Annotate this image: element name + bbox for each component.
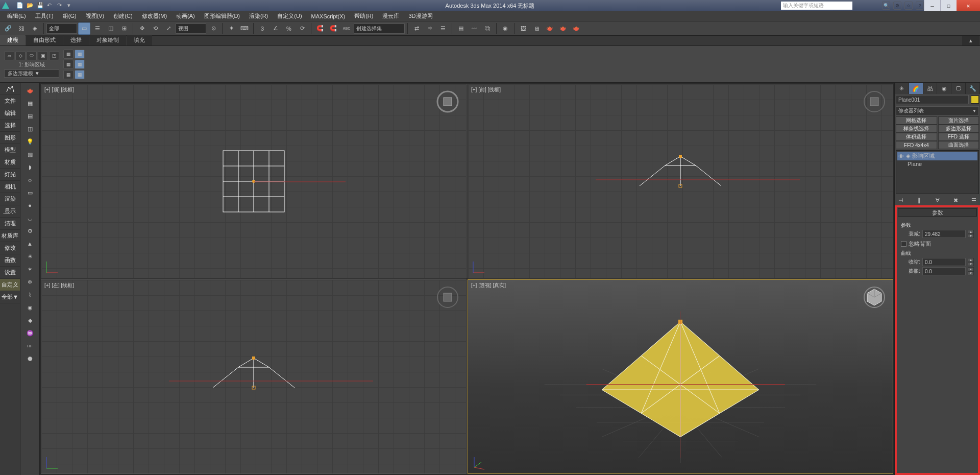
viewcube-left-icon[interactable] <box>436 286 459 308</box>
toggle-ribbon-icon[interactable]: ▤ <box>455 22 467 35</box>
sel-volume-btn[interactable]: 体积选择 <box>896 133 937 141</box>
tool-light-icon[interactable]: 💡 <box>23 136 37 147</box>
falloff-spinner[interactable]: 29.482 <box>922 230 966 238</box>
exchange-icon[interactable]: ☆ <box>904 2 913 10</box>
qat-open-icon[interactable]: 📂 <box>27 2 34 9</box>
maximize-button[interactable]: ☐ <box>940 0 957 11</box>
viewport-label-top[interactable]: [+] [顶] [线框] <box>44 86 74 93</box>
cat-shape[interactable]: 图形 <box>0 132 20 144</box>
align-icon[interactable]: ≑ <box>424 22 436 35</box>
ribbon-constrain6-icon[interactable]: ▦ <box>75 70 85 79</box>
tool-gear-icon[interactable]: ⚙ <box>23 225 37 236</box>
stack-remove-icon[interactable]: ✖ <box>951 196 960 204</box>
pinch-up-icon[interactable]: ▲ <box>968 258 974 262</box>
select-region-icon[interactable]: ◫ <box>105 22 117 35</box>
select-object-icon[interactable]: ▭ <box>78 22 90 35</box>
tool-snow-icon[interactable]: ❄ <box>23 276 37 288</box>
tool-hf-icon[interactable]: HF <box>23 340 37 351</box>
ribbon-poly-square-icon[interactable]: ▱ <box>4 51 14 60</box>
tool-disc-icon[interactable]: ◉ <box>23 302 37 313</box>
viewcube-top-icon[interactable] <box>436 90 459 113</box>
tool-grass-icon[interactable]: ♒ <box>23 327 37 339</box>
qat-save-icon[interactable]: 💾 <box>37 2 44 9</box>
named-sel-abc-icon[interactable]: ABC <box>340 22 353 35</box>
menu-3dbrowse[interactable]: 3D漫游网 <box>404 11 436 21</box>
sel-poly-btn[interactable]: 多边形选择 <box>938 125 979 133</box>
sel-spline-btn[interactable]: 样条线选择 <box>896 125 937 133</box>
ref-coord-dropdown[interactable]: 视图 <box>176 23 206 34</box>
menu-grapheditors[interactable]: 图形编辑器(D) <box>200 11 244 21</box>
ribbon-tab-populate[interactable]: 填充 <box>127 35 152 45</box>
sel-mesh-btn[interactable]: 网格选择 <box>896 116 937 125</box>
viewport-perspective[interactable]: [+] [透视] [真实] <box>468 279 893 474</box>
cat-settings[interactable]: 设置 <box>0 267 20 279</box>
tool-sphere-icon[interactable]: ● <box>23 200 37 211</box>
cat-modify[interactable]: 修改 <box>0 242 20 254</box>
cat-model[interactable]: 模型 <box>0 144 20 156</box>
rotate-icon[interactable]: ⟲ <box>149 22 161 35</box>
modifier-list-dropdown[interactable]: 修改器列表 <box>896 106 979 115</box>
stack-affect-label[interactable]: 影响区域 <box>912 152 935 160</box>
ribbon-constrain2-icon[interactable]: ▦ <box>75 50 85 59</box>
cat-custom[interactable]: 自定义 <box>0 279 20 291</box>
close-button[interactable]: ✕ <box>957 0 980 11</box>
help-icon[interactable]: ? <box>916 2 924 10</box>
unlink-icon[interactable]: ⛓ <box>15 22 28 35</box>
curve-editor-icon[interactable]: 〰 <box>468 22 480 35</box>
render-setup-icon[interactable]: 🖼 <box>517 22 529 35</box>
menu-view[interactable]: 视图(V) <box>82 11 109 21</box>
object-name-input[interactable]: Plane001 <box>896 95 969 104</box>
viewport-top[interactable]: [+] [顶] [线框] <box>41 84 467 278</box>
tool-box-icon[interactable]: ▭ <box>23 187 37 198</box>
ribbon-poly-cube-icon[interactable]: ▣ <box>38 51 48 60</box>
scale-icon[interactable]: ⤢ <box>162 22 175 35</box>
falloff-down-icon[interactable]: ▼ <box>968 234 974 238</box>
named-selection-dropdown[interactable]: 创建选择集 <box>354 23 405 34</box>
bind-space-icon[interactable]: ◈ <box>29 22 41 35</box>
render-frame-icon[interactable]: 🖥 <box>530 22 543 35</box>
tab-display-icon[interactable]: 🖵 <box>951 83 966 94</box>
move-icon[interactable]: ✥ <box>136 22 148 35</box>
menu-cloud[interactable]: 漫云库 <box>378 11 403 21</box>
menu-customize[interactable]: 自定义(U) <box>273 11 306 21</box>
bubble-up-icon[interactable]: ▲ <box>968 267 974 271</box>
tab-hierarchy-icon[interactable]: 品 <box>923 83 938 94</box>
menu-modifiers[interactable]: 修改器(M) <box>138 11 172 21</box>
sel-patch-btn[interactable]: 面片选择 <box>938 116 979 125</box>
mirror-icon[interactable]: ⇄ <box>410 22 423 35</box>
tool-rock-icon[interactable]: ⬣ <box>23 353 37 364</box>
stack-pin-icon[interactable]: ⊣ <box>897 196 905 204</box>
cat-select[interactable]: 选择 <box>0 120 20 132</box>
menu-rendering[interactable]: 渲染(R) <box>245 11 272 21</box>
tool-grid-icon[interactable]: ▤ <box>23 110 37 122</box>
tool-plane-icon[interactable]: ◆ <box>23 315 37 326</box>
window-crossing-icon[interactable]: ⊞ <box>118 22 130 35</box>
minimize-button[interactable]: — <box>924 0 940 11</box>
falloff-up-icon[interactable]: ▲ <box>968 230 974 234</box>
tab-modify-icon[interactable]: 🌈 <box>909 83 923 94</box>
viewcube-front-icon[interactable] <box>863 90 886 113</box>
cat-edit[interactable]: 编辑 <box>0 107 20 120</box>
app-logo-icon[interactable] <box>0 0 11 11</box>
material-editor-icon[interactable]: ◉ <box>499 22 511 35</box>
viewport-label-left[interactable]: [+] [左] [线框] <box>44 282 74 289</box>
tool-cone-icon[interactable]: ▲ <box>23 238 37 249</box>
pinch-down-icon[interactable]: ▼ <box>968 262 974 266</box>
stack-eye-icon[interactable]: 👁 <box>898 153 904 159</box>
sel-ffd-btn[interactable]: FFD 选择 <box>938 133 979 141</box>
angle-snap-icon[interactable]: ∠ <box>270 22 282 35</box>
menu-tools[interactable]: 工具(T) <box>31 11 58 21</box>
menu-help[interactable]: 帮助(H) <box>350 11 377 21</box>
viewport-label-persp[interactable]: [+] [透视] [真实] <box>471 282 506 289</box>
tool-moon-icon[interactable]: ◗ <box>23 161 37 173</box>
ribbon-tab-selection[interactable]: 选择 <box>63 35 89 45</box>
select-by-name-icon[interactable]: ☰ <box>91 22 104 35</box>
menu-maxscript[interactable]: MAXScript(X) <box>307 12 350 20</box>
cat-logo-icon[interactable] <box>0 83 20 95</box>
sel-ffd4-btn[interactable]: FFD 4x4x4 <box>896 141 937 149</box>
bubble-spinner[interactable]: 0.0 <box>922 267 966 275</box>
subscription-icon[interactable]: ⚙ <box>893 2 901 10</box>
ribbon-polymodel-dropdown[interactable]: 多边形建模 ▼ <box>4 69 59 78</box>
cat-camera[interactable]: 相机 <box>0 181 20 193</box>
layers-icon[interactable]: ☰ <box>437 22 449 35</box>
